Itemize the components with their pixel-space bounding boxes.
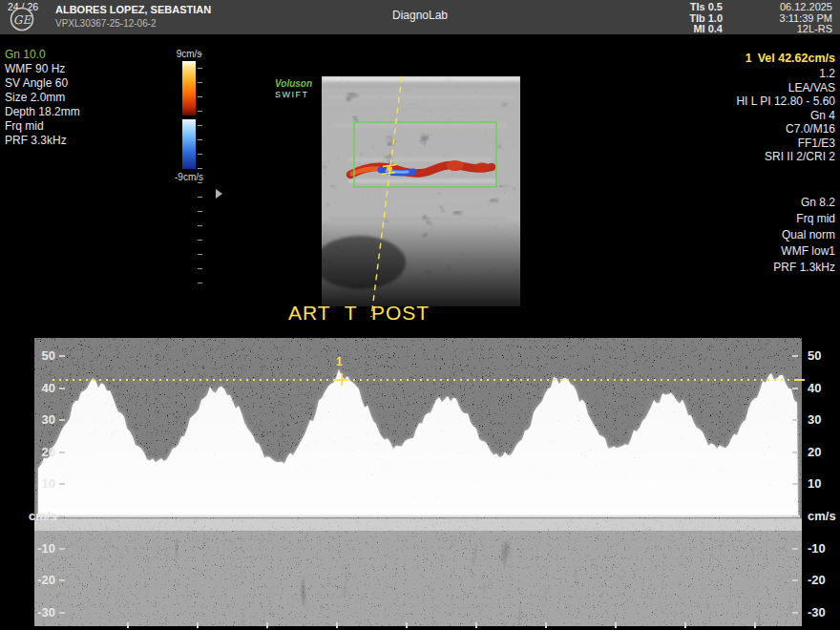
time-tick [754, 622, 756, 628]
color-scale-negative [182, 119, 196, 169]
color-scale-positive [182, 61, 196, 116]
velocity-axis-tick [792, 515, 798, 517]
velocity-measure-line[interactable] [52, 379, 797, 381]
depth-tick [198, 53, 202, 54]
color-scale-bar: 9cm/s -9cm/s [168, 49, 210, 182]
measurement-index: 1 [746, 52, 752, 65]
axis-label-left-n10: -10 [29, 541, 55, 556]
depth-tick [198, 211, 202, 212]
caliper-cursor[interactable] [335, 373, 348, 387]
ultrasound-screen: 24 / 26 GE ALBORES LOPEZ, SEBASTIAN VPXL… [0, 0, 840, 630]
ti-s: TIs 0.5 [592, 2, 723, 13]
param-prf: PRF 3.3kHz [5, 134, 80, 148]
param-preset: LEA/VAS [620, 81, 835, 95]
velocity-axis-tick [59, 579, 65, 581]
param-gain: Gn 10.0 [5, 48, 80, 62]
brand-line2: SWIFT [275, 90, 312, 99]
depth-tick [198, 68, 202, 69]
depth-tick [198, 283, 202, 284]
beam-line[interactable] [371, 76, 402, 317]
time-tick [615, 622, 617, 628]
topbar: 24 / 26 GE ALBORES LOPEZ, SEBASTIAN VPXL… [0, 0, 840, 34]
depth-tick [198, 240, 202, 241]
axis-label-right-50: 50 [808, 348, 840, 364]
velocity-axis-tick [59, 515, 65, 517]
right-parameter-list-top: 1.2 LEA/VAS HI L PI 12.80 - 5.60 Gn 4 C7… [620, 67, 835, 164]
time-tick [684, 622, 686, 628]
axis-label-right-10: 10 [808, 476, 840, 492]
axis-label-left-n20: -20 [29, 573, 55, 588]
param-gn2d: Gn 4 [620, 109, 835, 123]
time-tick [545, 622, 547, 628]
depth-tick [198, 168, 202, 169]
param-d-prf: PRF 1.3kHz [620, 260, 835, 276]
axis-label-right-40: 40 [808, 381, 840, 396]
date: 06.12.2025 [725, 2, 832, 13]
depth-tick [198, 154, 202, 155]
baseline-band-noise [34, 518, 802, 531]
brand-line1: Voluson [275, 78, 312, 89]
axis-label-right-n20: -20 [808, 573, 840, 588]
left-parameter-list: Gn 10.0 WMF 90 Hz SV Angle 60 Size 2.0mm… [5, 48, 80, 148]
caliper-cursor-vbar [341, 373, 343, 386]
param-ff: FF1/E3 [620, 136, 835, 151]
param-sv-angle: SV Angle 60 [5, 76, 80, 91]
velocity-axis-tick [792, 388, 798, 389]
velocity-axis-tick [792, 483, 798, 485]
color-scale-max: 9cm/s [168, 49, 210, 59]
thermal-indices: TIs 0.5 TIb 1.0 MI 0.4 [592, 2, 723, 35]
depth-tick [198, 225, 202, 226]
velocity-axis-tick [59, 452, 65, 453]
velocity-axis-tick [792, 452, 798, 453]
param-map: C7.0/M16 [620, 122, 835, 136]
mirror-noise [34, 519, 802, 626]
depth-tick [198, 96, 202, 97]
depth-tick [198, 111, 202, 112]
axis-label-right-n30: -30 [808, 605, 840, 620]
axis-label-right-n10: -10 [808, 541, 840, 556]
axis-label-left-n30: -30 [29, 605, 55, 620]
sample-gate-upper[interactable] [383, 165, 396, 167]
axis-label-right-unit: cm/s [808, 509, 840, 524]
time-tick [336, 622, 338, 628]
time-axis-ticks [0, 622, 840, 630]
axis-label-right-20: 20 [808, 445, 840, 460]
axis-label-left-10: 10 [29, 476, 55, 492]
doppler-beam-overlay [315, 74, 430, 325]
annotation-text[interactable]: ART T POST [288, 302, 430, 325]
param-sri-cri: SRI II 2/CRI 2 [620, 150, 835, 164]
axis-label-left-50: 50 [29, 348, 55, 364]
velocity-axis-tick [792, 419, 798, 421]
param-depth: Depth 18.2mm [5, 105, 80, 119]
param-size: Size 2.0mm [5, 91, 80, 105]
time-tick [475, 622, 477, 628]
depth-tick [198, 254, 202, 255]
depth-tick [198, 268, 202, 269]
axis-label-right-30: 30 [808, 412, 840, 428]
sample-gate-lower[interactable] [382, 173, 395, 175]
velocity-axis-tick [792, 548, 798, 550]
velocity-measure-endmark [796, 379, 805, 381]
depth-tick [198, 139, 202, 140]
baseline[interactable] [36, 515, 800, 517]
velocity-axis-tick [792, 355, 798, 357]
axis-label-left-30: 30 [29, 412, 55, 428]
param-d-frq: Frq mid [620, 211, 835, 227]
focus-marker-icon[interactable] [216, 189, 222, 199]
velocity-axis-tick [59, 419, 65, 421]
velocity-axis-tick [792, 612, 798, 614]
velocity-axis-tick [59, 388, 65, 389]
caliper-index-label: 1 [336, 355, 343, 368]
depth-ruler [198, 53, 203, 294]
right-parameter-list-bottom: Gn 8.2 Frq mid Qual norm WMF low1 PRF 1.… [620, 195, 835, 276]
axis-label-left-40: 40 [29, 381, 55, 396]
velocity-axis-tick [59, 612, 65, 614]
system-brand: Voluson SWIFT [275, 78, 312, 99]
probe-name: 12L-RS [725, 24, 832, 35]
param-wmf: WMF 90 Hz [5, 62, 80, 76]
axis-label-left-20: 20 [29, 445, 55, 460]
datetime-block: 06.12.2025 3:11:39 PM 12L-RS [725, 2, 832, 35]
param-d-qual: Qual norm [620, 227, 835, 243]
time-tick [406, 622, 408, 628]
velocity-axis-tick [59, 548, 65, 550]
